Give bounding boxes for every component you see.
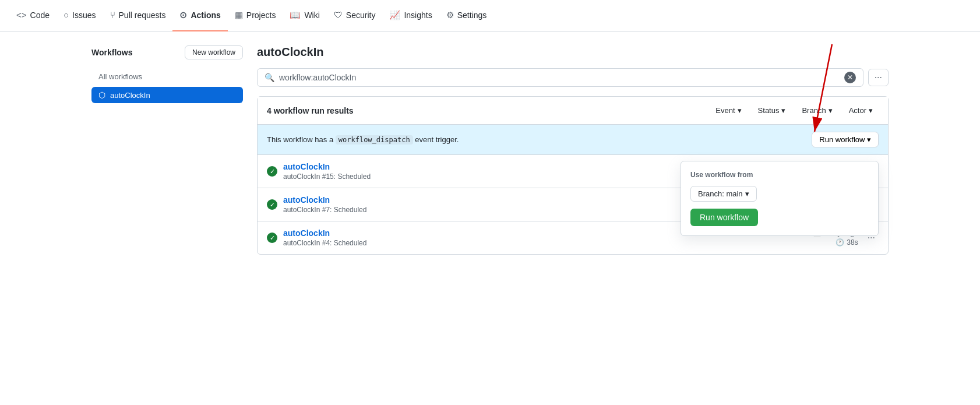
nav-label-projects: Projects [246, 10, 276, 20]
nav-item-pull-requests[interactable]: ⑂ Pull requests [103, 0, 173, 31]
search-bar: 🔍 ✕ ··· [257, 68, 889, 87]
nav-label-pull-requests: Pull requests [119, 10, 166, 20]
nav-label-code: Code [30, 10, 50, 20]
code-icon: <> [16, 10, 27, 20]
pull-requests-icon: ⑂ [110, 10, 115, 20]
actor-chevron-icon: ▾ [869, 106, 873, 115]
status-filter-label: Status [758, 106, 780, 115]
content-area: autoClockIn 🔍 ✕ ··· 4 workflow run resul… [257, 45, 889, 255]
nav-item-security[interactable]: 🛡 Security [327, 0, 383, 31]
branch-select-button[interactable]: Branch: main ▾ [690, 186, 757, 202]
results-header: 4 workflow run results Event ▾ Status ▾ … [258, 97, 888, 125]
run-workflow-container: Run workflow ▾ Use workflow from [812, 132, 879, 147]
dispatch-banner: This workflow has a workflow_dispatch ev… [258, 125, 888, 155]
nav-label-insights: Insights [404, 10, 432, 20]
search-input[interactable] [279, 73, 840, 82]
sidebar-header: Workflows New workflow [91, 45, 243, 59]
search-input-wrapper: 🔍 ✕ [257, 68, 863, 87]
nav-label-wiki: Wiki [304, 10, 319, 20]
nav-item-projects[interactable]: ▦ Projects [228, 0, 283, 31]
page-title: autoClockIn [257, 45, 889, 59]
dispatch-text: This workflow has a workflow_dispatch ev… [267, 135, 459, 144]
insights-icon: 📈 [389, 10, 400, 20]
run-workflow-button[interactable]: Run workflow ▾ [812, 132, 879, 147]
filter-group: Event ▾ Status ▾ Branch ▾ Actor ▾ [710, 104, 879, 117]
success-icon-3: ✓ [267, 233, 277, 243]
sidebar-item-all-workflows[interactable]: All workflows [91, 69, 243, 84]
top-nav: <> Code ○ Issues ⑂ Pull requests ⊙ Actio… [0, 0, 980, 31]
nav-label-security: Security [346, 10, 376, 20]
event-chevron-icon: ▾ [738, 106, 742, 115]
nav-label-issues: Issues [72, 10, 96, 20]
status-filter-button[interactable]: Status ▾ [752, 104, 792, 117]
clear-search-button[interactable]: ✕ [844, 72, 856, 83]
security-icon: 🛡 [334, 10, 343, 20]
event-filter-button[interactable]: Event ▾ [710, 104, 747, 117]
projects-icon: ▦ [235, 10, 243, 20]
sidebar-item-autoclickin[interactable]: ⬡ autoClockIn [91, 87, 243, 103]
sidebar-workflow-label: autoClockIn [110, 91, 150, 100]
branch-chevron-icon: ▾ [829, 106, 833, 115]
actor-filter-label: Actor [849, 106, 866, 115]
wiki-icon: 📖 [290, 10, 301, 20]
nav-item-issues[interactable]: ○ Issues [57, 0, 103, 31]
branch-filter-label: Branch [802, 106, 826, 115]
success-icon-1: ✓ [267, 166, 277, 177]
results-count: 4 workflow run results [267, 106, 354, 115]
dropdown-title: Use workflow from [690, 171, 869, 179]
issues-icon: ○ [64, 10, 69, 20]
nav-item-insights[interactable]: 📈 Insights [382, 0, 439, 31]
nav-item-wiki[interactable]: 📖 Wiki [283, 0, 326, 31]
nav-label-settings: Settings [457, 10, 487, 20]
nav-item-code[interactable]: <> Code [9, 0, 57, 31]
status-chevron-icon: ▾ [781, 106, 785, 115]
branch-filter-button[interactable]: Branch ▾ [796, 104, 838, 117]
branch-select-label: Branch: main [698, 189, 743, 198]
results-box: 4 workflow run results Event ▾ Status ▾ … [257, 96, 889, 255]
new-workflow-button[interactable]: New workflow [185, 45, 243, 59]
nav-item-settings[interactable]: ⚙ Settings [439, 0, 494, 31]
run-workflow-dropdown: Use workflow from Branch: main ▾ Run wor… [681, 161, 879, 236]
nav-label-actions: Actions [191, 10, 220, 20]
run-workflow-label: Run workflow ▾ [819, 135, 871, 144]
actor-filter-button[interactable]: Actor ▾ [843, 104, 879, 117]
dispatch-code: workflow_dispatch [336, 135, 413, 145]
duration-row-3: 🕐 38s [836, 238, 858, 246]
branch-chevron-icon: ▾ [745, 189, 749, 198]
nav-item-actions[interactable]: ⊙ Actions [172, 0, 227, 31]
settings-icon: ⚙ [446, 10, 454, 20]
event-filter-label: Event [715, 106, 735, 115]
clock-icon-3: 🕐 [836, 238, 844, 246]
run-workflow-green-button[interactable]: Run workflow [690, 209, 758, 226]
actions-icon: ⊙ [179, 10, 187, 20]
main-layout: Workflows New workflow All workflows ⬡ a… [82, 31, 898, 269]
sidebar: Workflows New workflow All workflows ⬡ a… [91, 45, 243, 255]
more-options-button[interactable]: ··· [868, 69, 889, 86]
search-icon: 🔍 [265, 73, 274, 82]
sidebar-title: Workflows [91, 48, 133, 57]
success-icon-2: ✓ [267, 199, 277, 210]
workflow-icon: ⬡ [98, 90, 105, 100]
workflow-sub-3: autoClockIn #4: Scheduled [283, 239, 807, 247]
duration-3: 38s [847, 238, 858, 246]
